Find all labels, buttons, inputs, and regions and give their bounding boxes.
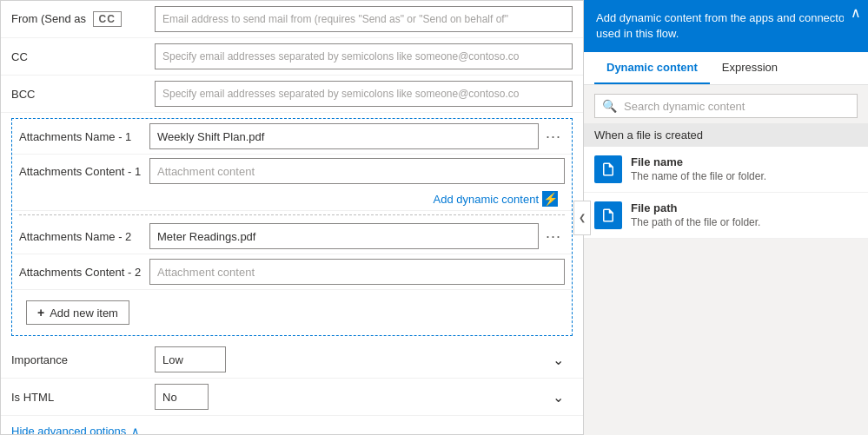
attachments-section: Attachments Name - 1 ··· Attachments Con…: [11, 118, 573, 336]
chevron-up-icon: ∧: [131, 425, 140, 435]
cc-input[interactable]: [155, 43, 573, 69]
add-dynamic-label: Add dynamic content: [434, 193, 539, 206]
right-panel: ∧ Add dynamic content from the apps and …: [584, 0, 868, 435]
scroll-up-icon: ∧: [851, 4, 861, 21]
file-path-icon: [594, 201, 622, 229]
add-new-item-label: Add new item: [50, 306, 118, 320]
left-panel: From (Send as CC CC BCC Attachments Name…: [0, 0, 584, 435]
plus-icon: +: [37, 306, 44, 320]
is-html-select-wrapper: No Yes: [155, 384, 573, 410]
attachment2-content-input[interactable]: [149, 259, 565, 285]
attachment1-name-row: Attachments Name - 1 ···: [12, 119, 572, 155]
section-header: When a file is created: [584, 123, 868, 147]
file-path-title: File path: [631, 201, 858, 214]
bcc-row: BCC: [1, 76, 583, 113]
add-dynamic-icon: ⚡: [542, 191, 558, 207]
attachment2-name-input[interactable]: [149, 223, 539, 249]
scroll-top-button[interactable]: ∧: [844, 0, 868, 24]
info-box-text: Add dynamic content from the apps and co…: [596, 11, 854, 40]
dynamic-item-filepath[interactable]: File path The path of the file or folder…: [584, 193, 868, 239]
attachment2-content-label: Attachments Content - 2: [19, 266, 149, 279]
search-input[interactable]: [624, 100, 850, 113]
is-html-select[interactable]: No Yes: [155, 384, 209, 410]
tabs-row: Dynamic content Expression: [584, 52, 868, 85]
search-box: 🔍: [594, 94, 858, 118]
add-new-item-row: + Add new item: [12, 290, 572, 335]
from-label-text: From (Send as: [11, 12, 86, 25]
info-box: Add dynamic content from the apps and co…: [584, 0, 868, 52]
attachment2-name-dots[interactable]: ···: [542, 227, 565, 246]
hide-advanced-button[interactable]: Hide advanced options ∧: [11, 425, 140, 435]
attachment1-content-input[interactable]: [149, 158, 565, 184]
from-input[interactable]: [155, 6, 573, 32]
importance-row: Importance Low Normal High: [1, 341, 583, 379]
file-name-content: File name The name of the file or folder…: [631, 155, 858, 182]
cc-row: CC: [1, 38, 583, 76]
attachment1-name-label: Attachments Name - 1: [19, 130, 149, 143]
file-path-content: File path The path of the file or folder…: [631, 201, 858, 228]
attachment2-name-label: Attachments Name - 2: [19, 230, 149, 243]
hide-advanced-section: Hide advanced options ∧: [1, 416, 583, 435]
from-row: From (Send as CC: [1, 1, 583, 38]
importance-label: Importance: [11, 353, 155, 366]
bcc-label: BCC: [11, 88, 155, 101]
attachment1-content-label: Attachments Content - 1: [19, 165, 149, 178]
search-icon: 🔍: [602, 99, 617, 113]
tab-expression[interactable]: Expression: [710, 52, 790, 84]
file-name-icon: [594, 155, 622, 183]
cc-label: CC: [11, 50, 155, 63]
collapse-panel-button[interactable]: ❮: [573, 201, 591, 235]
importance-select[interactable]: Low Normal High: [155, 346, 226, 372]
add-new-item-button[interactable]: + Add new item: [26, 300, 129, 325]
attachment1-content-row: Attachments Content - 1 Add dynamic cont…: [12, 155, 572, 211]
dynamic-item-filename[interactable]: File name The name of the file or folder…: [584, 147, 868, 193]
is-html-row: Is HTML No Yes: [1, 379, 583, 416]
importance-select-wrapper: Low Normal High: [155, 346, 573, 372]
add-dynamic-button[interactable]: Add dynamic content ⚡: [434, 191, 558, 207]
attachment1-name-input[interactable]: [149, 123, 539, 149]
file-name-desc: The name of the file or folder.: [631, 170, 858, 182]
tab-dynamic-content[interactable]: Dynamic content: [594, 52, 710, 84]
from-label: From (Send as CC: [11, 11, 155, 27]
hide-advanced-label: Hide advanced options: [11, 425, 126, 435]
bcc-input[interactable]: [155, 81, 573, 107]
attachment2-name-row: Attachments Name - 2 ···: [12, 219, 572, 254]
attachments-separator: [19, 214, 565, 215]
file-name-title: File name: [631, 155, 858, 168]
cc-button[interactable]: CC: [93, 11, 122, 27]
add-dynamic-row: Add dynamic content ⚡: [19, 188, 565, 210]
attachment2-content-row: Attachments Content - 2: [12, 254, 572, 290]
is-html-label: Is HTML: [11, 391, 155, 404]
file-path-desc: The path of the file or folder.: [631, 216, 858, 228]
attachment1-name-dots[interactable]: ···: [542, 128, 565, 146]
